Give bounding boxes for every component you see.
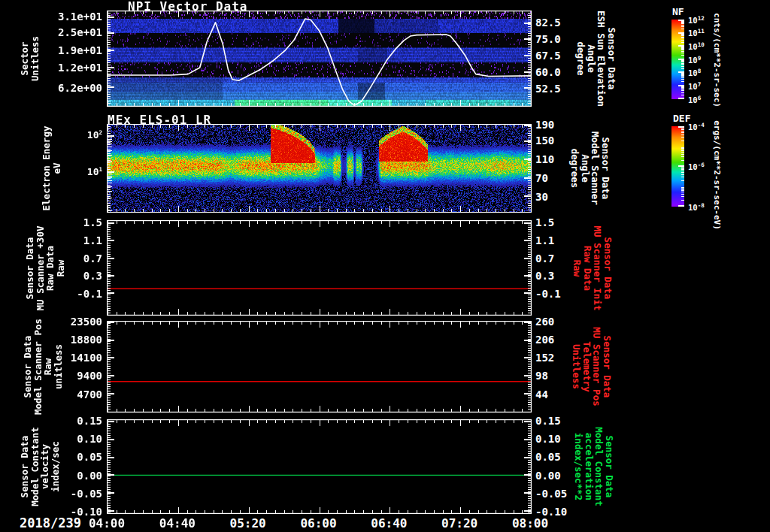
- axis-tick-label: 1.9e+01: [47, 44, 102, 56]
- axis-tick-label: 0.15: [535, 415, 599, 427]
- colorbar-tick-label: 1011: [688, 28, 705, 38]
- time-tick-label: 06:40: [371, 516, 407, 530]
- panel-canvas-model-scanner-pos: [107, 321, 532, 413]
- panel-canvas-npi-vector-data: [107, 11, 532, 107]
- axis-label-right: Sensor Data MU Scanner Pos Telemetry Uni…: [571, 327, 612, 406]
- colorbar-tick-label: 107: [688, 81, 701, 92]
- axis-label-right: Sensor Data Model Scanner Angle degrees: [570, 131, 611, 205]
- panel-canvas-mex-els-01-lr: [107, 124, 532, 213]
- axis-tick-label: 190: [535, 119, 599, 131]
- axis-tick-label: 3.1e+01: [47, 11, 102, 23]
- colorbar-unit: cnts/(cm**2-sr-sec): [712, 13, 722, 107]
- axis-label-left: Sensor Data Model Constant velocity inde…: [20, 427, 60, 506]
- colorbar-tick-label: 10-4: [688, 121, 705, 131]
- axis-label-left: Sensor Data MU Scanner +30V Raw Data Raw: [25, 225, 65, 310]
- colorbar-tick-label: 109: [688, 54, 701, 65]
- axis-tick-label: 0.15: [47, 415, 102, 427]
- time-tick-label: 05:20: [230, 516, 266, 530]
- colorbar-tick-label: 106: [688, 94, 701, 104]
- axis-tick-label: 6.2e+00: [47, 82, 102, 94]
- axis-tick-label: 260: [535, 316, 599, 328]
- panel-title-mex-els-01-lr: MEx ELS-01 LR: [108, 113, 211, 127]
- time-tick-label: 06:00: [300, 516, 336, 530]
- colorbar-tick-label: 108: [688, 68, 701, 78]
- date-label: 2018/239: [20, 515, 81, 530]
- axis-label-left: Electron Energy eV: [41, 126, 62, 211]
- colorbar-tick-label: 10-6: [688, 162, 705, 172]
- colorbar-unit: ergs/(cm**2-sr-sec-eV): [712, 120, 722, 230]
- panel-canvas-mu-scanner-30v: [107, 220, 532, 316]
- axis-label-right: Sensor Data ESH Sun Elevation Angle degr…: [576, 11, 617, 107]
- time-tick-label: 04:00: [89, 516, 125, 530]
- time-tick-label: 08:00: [512, 516, 548, 530]
- colorbar-tick-label: 1010: [688, 41, 705, 52]
- time-tick-label: 04:40: [159, 516, 196, 530]
- axis-tick-label: 1.2e+01: [47, 62, 102, 74]
- colorbar-ticks: [678, 20, 684, 99]
- panel-title-npi-vector-data: NPI Vector Data: [128, 0, 248, 14]
- colorbar-tick-label: 10-8: [688, 201, 705, 212]
- colorbar-ticks: [678, 126, 684, 207]
- axis-label-left: Sensor Data Model Scanner Pos Raw unitle…: [23, 319, 63, 415]
- axis-label-right: Sensor Data MU Scanner Init Raw Data Raw: [572, 225, 613, 310]
- axis-label-right: Sensor Data Model Constant acceleration …: [574, 427, 614, 506]
- plot-screen: 2018/239 NPI Vector Data3.1e+012.5e+011.…: [0, 0, 770, 532]
- axis-tick-label: 2.5e+01: [47, 26, 102, 38]
- time-tick-label: 07:20: [441, 516, 477, 530]
- panel-canvas-model-constant: [107, 419, 532, 514]
- colorbar-title: NF: [672, 6, 684, 17]
- axis-label-left: Sector Unitless: [20, 36, 40, 81]
- colorbar-tick-label: 1012: [688, 14, 705, 25]
